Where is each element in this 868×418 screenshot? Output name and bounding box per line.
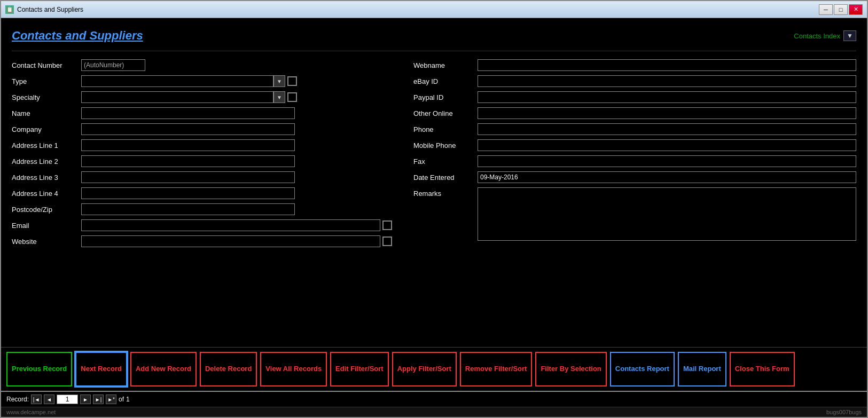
ebay-row: eBay ID <box>413 75 856 87</box>
mail-report-button[interactable]: Mail Report <box>678 352 726 387</box>
mobile-label: Mobile Phone <box>413 141 478 149</box>
next-record-nav-button[interactable]: ► <box>80 395 91 404</box>
address3-input[interactable] <box>81 171 295 183</box>
email-check-button[interactable] <box>382 220 392 230</box>
phone-input[interactable] <box>478 123 856 135</box>
specialty-input[interactable] <box>81 91 273 103</box>
company-input[interactable] <box>81 123 295 135</box>
add-new-record-button[interactable]: Add New Record <box>130 352 197 387</box>
other-online-label: Other Online <box>413 109 478 117</box>
webname-input[interactable] <box>478 59 856 71</box>
app-header: Contacts and Suppliers Contacts Index ▼ <box>12 23 856 51</box>
maximize-button[interactable]: □ <box>834 4 848 15</box>
new-record-nav-button[interactable]: ►* <box>106 395 116 404</box>
contacts-report-button[interactable]: Contacts Report <box>610 352 675 387</box>
address1-input[interactable] <box>81 139 295 151</box>
name-row: Name <box>12 107 392 119</box>
form-right: Webname eBay ID Paypal ID Other Online P <box>413 59 856 342</box>
remarks-textarea[interactable] <box>478 187 856 241</box>
watermark-bar: www.delcampe.net bugs007bugs <box>1 407 867 417</box>
last-record-button[interactable]: ►| <box>93 395 104 404</box>
address2-input[interactable] <box>81 155 295 167</box>
delete-record-button[interactable]: Delete Record <box>200 352 257 387</box>
address3-row: Address Line 3 <box>12 171 392 183</box>
filter-by-selection-button[interactable]: Filter By Selection <box>535 352 606 387</box>
paypal-label: Paypal ID <box>413 93 478 101</box>
app-title[interactable]: Contacts and Suppliers <box>12 29 143 43</box>
form-left: Contact Number Type ▼ Specialty ▼ <box>12 59 392 342</box>
address4-row: Address Line 4 <box>12 187 392 199</box>
website-check-button[interactable] <box>382 236 392 246</box>
address4-input[interactable] <box>81 187 295 199</box>
postcode-input[interactable] <box>81 203 295 215</box>
watermark-left: www.delcampe.net <box>6 409 56 415</box>
window-close-button[interactable]: ✕ <box>849 4 863 15</box>
remove-filter-sort-button[interactable]: Remove Filter/Sort <box>460 352 533 387</box>
date-entered-label: Date Entered <box>413 173 478 182</box>
date-entered-row: Date Entered <box>413 171 856 183</box>
total-records: 1 <box>126 396 130 403</box>
prev-record-nav-button[interactable]: ◄ <box>44 395 54 404</box>
address2-label: Address Line 2 <box>12 157 81 165</box>
name-input[interactable] <box>81 107 295 119</box>
of-label: of <box>119 396 124 403</box>
email-label: Email <box>12 222 81 230</box>
watermark-right: bugs007bugs <box>826 409 862 415</box>
company-row: Company <box>12 123 392 135</box>
contacts-index-area: Contacts Index ▼ <box>794 30 856 41</box>
other-online-input[interactable] <box>478 107 856 119</box>
remarks-row: Remarks <box>413 187 856 241</box>
type-dropdown-button[interactable]: ▼ <box>273 75 285 87</box>
main-content: Contacts and Suppliers Contacts Index ▼ … <box>1 18 867 347</box>
type-row: Type ▼ <box>12 75 392 87</box>
ebay-input[interactable] <box>478 75 856 87</box>
close-this-form-button[interactable]: Close This Form <box>730 352 795 387</box>
phone-label: Phone <box>413 125 478 133</box>
website-input[interactable] <box>81 235 380 247</box>
other-online-row: Other Online <box>413 107 856 119</box>
contact-number-input[interactable] <box>81 59 145 71</box>
type-input[interactable] <box>81 75 273 87</box>
app-icon: 📋 <box>5 5 14 14</box>
type-label: Type <box>12 77 81 85</box>
type-check-button[interactable] <box>287 76 297 86</box>
edit-filter-sort-button[interactable]: Edit Filter/Sort <box>330 352 389 387</box>
mobile-input[interactable] <box>478 139 856 151</box>
address1-label: Address Line 1 <box>12 141 81 149</box>
bottom-button-bar: Previous Record Next Record Add New Reco… <box>1 347 867 391</box>
contacts-index-label[interactable]: Contacts Index <box>794 32 840 40</box>
window-controls: ─ □ ✕ <box>819 4 863 15</box>
minimize-button[interactable]: ─ <box>819 4 833 15</box>
email-row: Email <box>12 219 392 231</box>
name-label: Name <box>12 109 81 117</box>
webname-row: Webname <box>413 59 856 71</box>
paypal-row: Paypal ID <box>413 91 856 103</box>
form-area: Contact Number Type ▼ Specialty ▼ <box>12 51 856 342</box>
title-bar: 📋 Contacts and Suppliers ─ □ ✕ <box>1 1 867 18</box>
specialty-check-button[interactable] <box>287 92 297 102</box>
address3-label: Address Line 3 <box>12 173 81 182</box>
main-window: 📋 Contacts and Suppliers ─ □ ✕ Contacts … <box>0 0 868 418</box>
fax-label: Fax <box>413 157 478 165</box>
specialty-dropdown-button[interactable]: ▼ <box>273 91 285 103</box>
next-record-button[interactable]: Next Record <box>75 352 127 387</box>
status-bar: Record: |◄ ◄ ► ►| ►* of 1 <box>1 391 867 407</box>
prev-record-button[interactable]: Previous Record <box>6 352 72 387</box>
address1-row: Address Line 1 <box>12 139 392 151</box>
contact-number-row: Contact Number <box>12 59 392 71</box>
phone-row: Phone <box>413 123 856 135</box>
fax-input[interactable] <box>478 155 856 167</box>
current-record-input[interactable] <box>57 395 78 404</box>
window-title: Contacts and Suppliers <box>17 6 819 13</box>
specialty-label: Specialty <box>12 93 81 101</box>
apply-filter-sort-button[interactable]: Apply Filter/Sort <box>392 352 457 387</box>
ebay-label: eBay ID <box>413 77 478 85</box>
date-entered-input[interactable] <box>478 171 856 183</box>
paypal-input[interactable] <box>478 91 856 103</box>
first-record-button[interactable]: |◄ <box>31 395 42 404</box>
address4-label: Address Line 4 <box>12 190 81 198</box>
view-all-records-button[interactable]: View All Records <box>260 352 327 387</box>
email-input[interactable] <box>81 219 380 231</box>
company-label: Company <box>12 125 81 133</box>
contacts-index-dropdown[interactable]: ▼ <box>843 30 856 41</box>
